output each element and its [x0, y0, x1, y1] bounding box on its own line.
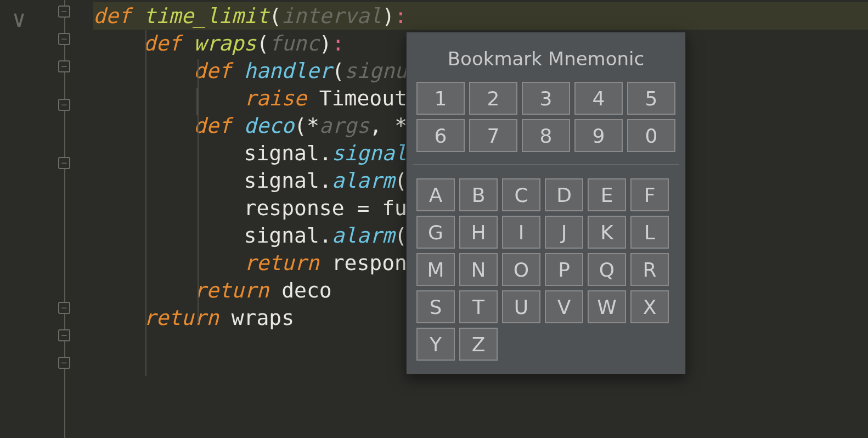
mnemonic-key-8[interactable]: 8 [522, 119, 570, 152]
mnemonic-key-s[interactable]: S [416, 290, 455, 323]
indent-guide [198, 59, 199, 323]
popup-divider [413, 164, 679, 165]
mnemonic-key-y[interactable]: Y [416, 328, 455, 361]
number-key-grid: 1234567890 [416, 82, 675, 152]
mnemonic-key-z[interactable]: Z [459, 328, 498, 361]
mnemonic-key-0[interactable]: 0 [627, 119, 675, 152]
fold-column [57, 0, 73, 438]
mnemonic-key-g[interactable]: G [416, 216, 455, 249]
mnemonic-key-6[interactable]: 6 [416, 119, 465, 152]
mnemonic-key-n[interactable]: N [459, 253, 498, 286]
mnemonic-key-9[interactable]: 9 [574, 119, 623, 152]
mnemonic-key-i[interactable]: I [502, 216, 540, 249]
indent-guide [145, 30, 146, 376]
mnemonic-key-b[interactable]: B [459, 178, 498, 211]
mnemonic-key-l[interactable]: L [630, 216, 669, 249]
fold-toggle-icon[interactable] [58, 99, 70, 111]
fold-toggle-icon[interactable] [58, 329, 70, 341]
mnemonic-key-u[interactable]: U [502, 290, 540, 323]
letter-key-grid: ABCDEFGHIJKLMNOPQRSTUVWXYZ [416, 178, 675, 361]
fold-toggle-icon[interactable] [58, 60, 70, 72]
mnemonic-key-j[interactable]: J [545, 216, 583, 249]
mnemonic-key-o[interactable]: O [502, 253, 540, 286]
mnemonic-key-5[interactable]: 5 [627, 82, 675, 115]
bookmark-mnemonic-popup: Bookmark Mnemonic 1234567890 ABCDEFGHIJK… [406, 32, 686, 374]
code-line[interactable]: def time_limit(interval): [93, 2, 868, 30]
mnemonic-key-k[interactable]: K [588, 216, 626, 249]
mnemonic-key-4[interactable]: 4 [574, 82, 623, 115]
fold-toggle-icon[interactable] [58, 302, 70, 314]
fold-toggle-icon[interactable] [58, 33, 70, 45]
mnemonic-key-7[interactable]: 7 [469, 119, 517, 152]
mnemonic-key-t[interactable]: T [459, 290, 498, 323]
mnemonic-key-2[interactable]: 2 [469, 82, 517, 115]
mnemonic-key-3[interactable]: 3 [522, 82, 570, 115]
gutter: ∨ [0, 0, 93, 438]
mnemonic-key-f[interactable]: F [630, 178, 669, 211]
mnemonic-key-h[interactable]: H [459, 216, 498, 249]
mnemonic-key-r[interactable]: R [630, 253, 669, 286]
mnemonic-key-w[interactable]: W [588, 290, 626, 323]
indent-guide [196, 88, 198, 115]
mnemonic-key-v[interactable]: V [545, 290, 583, 323]
fold-toggle-icon[interactable] [58, 5, 70, 18]
mnemonic-key-d[interactable]: D [545, 178, 583, 211]
mnemonic-key-e[interactable]: E [588, 178, 626, 211]
fold-toggle-icon[interactable] [58, 357, 70, 369]
mnemonic-key-p[interactable]: P [545, 253, 583, 286]
mnemonic-key-q[interactable]: Q [588, 253, 626, 286]
mnemonic-key-c[interactable]: C [502, 178, 540, 211]
popup-title: Bookmark Mnemonic [416, 41, 675, 82]
fold-toggle-icon[interactable] [58, 157, 70, 169]
mnemonic-key-m[interactable]: M [416, 253, 455, 286]
mnemonic-key-a[interactable]: A [416, 178, 455, 211]
mnemonic-key-1[interactable]: 1 [416, 82, 465, 115]
mnemonic-key-x[interactable]: X [630, 290, 669, 323]
chevron-down-icon[interactable]: ∨ [12, 5, 26, 32]
